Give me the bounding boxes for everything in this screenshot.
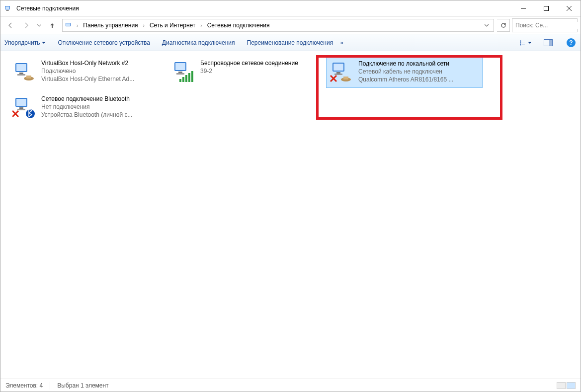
svg-rect-31 bbox=[182, 77, 184, 82]
connection-status: Подключено bbox=[41, 67, 134, 75]
breadcrumb-item[interactable]: Сеть и Интернет bbox=[148, 22, 197, 29]
svg-rect-14 bbox=[520, 42, 521, 43]
svg-rect-17 bbox=[522, 44, 525, 45]
content-area[interactable]: VirtualBox Host-Only Network #2 Подключе… bbox=[0, 51, 581, 379]
help-icon: ? bbox=[567, 38, 576, 47]
view-options-button[interactable] bbox=[520, 37, 531, 48]
close-button[interactable] bbox=[558, 0, 581, 16]
wifi-icon bbox=[170, 59, 196, 85]
tiles-view-icon[interactable] bbox=[567, 382, 576, 389]
svg-rect-25 bbox=[26, 76, 31, 78]
connection-item[interactable]: Сетевое подключение Bluetooth Нет подклю… bbox=[9, 93, 164, 123]
maximize-button[interactable] bbox=[535, 0, 558, 16]
command-bar: Упорядочить Отключение сетевого устройст… bbox=[0, 34, 581, 51]
svg-rect-16 bbox=[520, 44, 521, 45]
svg-rect-22 bbox=[19, 73, 23, 74]
connection-name: Сетевое подключение Bluetooth bbox=[41, 95, 132, 103]
svg-rect-34 bbox=[191, 71, 193, 82]
svg-rect-1 bbox=[5, 6, 9, 9]
breadcrumb-dropdown[interactable] bbox=[482, 19, 492, 31]
chevron-down-icon bbox=[42, 41, 46, 45]
bluetooth-error-icon bbox=[11, 95, 37, 121]
status-bar: Элементов: 4 Выбран 1 элемент bbox=[0, 379, 581, 392]
svg-rect-45 bbox=[19, 107, 23, 109]
connection-item[interactable]: VirtualBox Host-Only Network #2 Подключе… bbox=[9, 57, 164, 87]
connection-status: 39-2 bbox=[200, 67, 298, 75]
chevron-right-icon: › bbox=[75, 23, 80, 28]
chevron-down-icon bbox=[528, 41, 531, 45]
chevron-right-icon: › bbox=[141, 23, 147, 28]
item-count: Элементов: 4 bbox=[5, 382, 43, 389]
svg-rect-2 bbox=[6, 10, 8, 10]
minimize-button[interactable] bbox=[512, 0, 535, 16]
recent-locations-button[interactable] bbox=[35, 19, 43, 32]
selection-count: Выбран 1 элемент bbox=[57, 382, 108, 389]
help-button[interactable]: ? bbox=[566, 37, 577, 48]
up-button[interactable] bbox=[45, 19, 59, 32]
connection-status: Сетевой кабель не подключен bbox=[358, 68, 453, 76]
window-controls bbox=[512, 0, 581, 16]
organize-button[interactable]: Упорядочить bbox=[4, 39, 46, 46]
connection-name: Подключение по локальной сети bbox=[358, 60, 453, 68]
details-view-icon[interactable] bbox=[557, 382, 566, 389]
svg-rect-29 bbox=[176, 73, 184, 75]
search-box[interactable] bbox=[512, 18, 578, 32]
diagnose-button[interactable]: Диагностика подключения bbox=[162, 39, 235, 46]
svg-rect-12 bbox=[520, 40, 521, 41]
svg-rect-37 bbox=[336, 72, 340, 74]
connection-device: Устройства Bluetooth (личной с... bbox=[41, 111, 132, 119]
connection-item-selected[interactable]: Подключение по локальной сети Сетевой ка… bbox=[326, 57, 483, 88]
toolbar-overflow[interactable]: » bbox=[340, 39, 343, 46]
connection-name: VirtualBox Host-Only Network #2 bbox=[41, 59, 134, 67]
connection-device: Qualcomm Atheros AR8161/8165 ... bbox=[358, 76, 453, 83]
breadcrumb[interactable]: › Панель управления › Сеть и Интернет › … bbox=[62, 19, 494, 32]
svg-rect-9 bbox=[66, 23, 70, 26]
connection-text: Беспроводное сетевое соединение 39-2 bbox=[200, 59, 298, 85]
breadcrumb-item[interactable]: Сетевые подключения bbox=[205, 22, 272, 29]
svg-rect-44 bbox=[16, 99, 26, 106]
svg-rect-46 bbox=[17, 109, 25, 110]
svg-rect-38 bbox=[334, 74, 342, 75]
svg-rect-32 bbox=[185, 75, 187, 82]
network-icon bbox=[11, 59, 37, 85]
search-input[interactable] bbox=[515, 22, 581, 29]
titlebar: Сетевые подключения bbox=[0, 0, 581, 16]
forward-button[interactable] bbox=[19, 19, 33, 32]
app-icon bbox=[4, 4, 12, 12]
svg-rect-27 bbox=[175, 63, 185, 70]
breadcrumb-icon bbox=[65, 21, 74, 30]
refresh-button[interactable] bbox=[497, 19, 510, 32]
svg-rect-5 bbox=[544, 6, 549, 11]
address-bar: › Панель управления › Сеть и Интернет › … bbox=[0, 16, 581, 34]
svg-rect-21 bbox=[16, 64, 26, 71]
connection-status: Нет подключения bbox=[41, 103, 132, 111]
chevron-right-icon: › bbox=[198, 23, 204, 28]
connection-device: VirtualBox Host-Only Ethernet Ad... bbox=[41, 75, 134, 83]
svg-rect-15 bbox=[522, 43, 525, 43]
connection-name: Беспроводное сетевое соединение bbox=[200, 59, 298, 67]
connection-item[interactable]: Беспроводное сетевое соединение 39-2 bbox=[168, 57, 318, 87]
window-title: Сетевые подключения bbox=[16, 5, 512, 12]
view-mode-buttons[interactable] bbox=[557, 382, 576, 389]
connection-text: Подключение по локальной сети Сетевой ка… bbox=[358, 60, 453, 85]
svg-rect-30 bbox=[179, 79, 181, 82]
preview-pane-button[interactable] bbox=[543, 37, 554, 48]
svg-rect-40 bbox=[343, 77, 348, 79]
rename-button[interactable]: Переименование подключения bbox=[247, 39, 333, 46]
disable-device-button[interactable]: Отключение сетевого устройства bbox=[58, 39, 150, 46]
svg-rect-3 bbox=[6, 10, 9, 11]
back-button[interactable] bbox=[3, 19, 17, 32]
svg-rect-23 bbox=[17, 74, 25, 76]
connection-text: VirtualBox Host-Only Network #2 Подключе… bbox=[41, 59, 134, 85]
svg-rect-33 bbox=[188, 73, 190, 82]
svg-rect-13 bbox=[522, 41, 525, 41]
breadcrumb-item[interactable]: Панель управления bbox=[81, 22, 140, 29]
svg-rect-19 bbox=[549, 39, 553, 46]
svg-rect-28 bbox=[178, 72, 182, 73]
svg-rect-36 bbox=[333, 64, 343, 71]
network-error-icon bbox=[329, 60, 354, 85]
connection-text: Сетевое подключение Bluetooth Нет подклю… bbox=[41, 95, 132, 121]
